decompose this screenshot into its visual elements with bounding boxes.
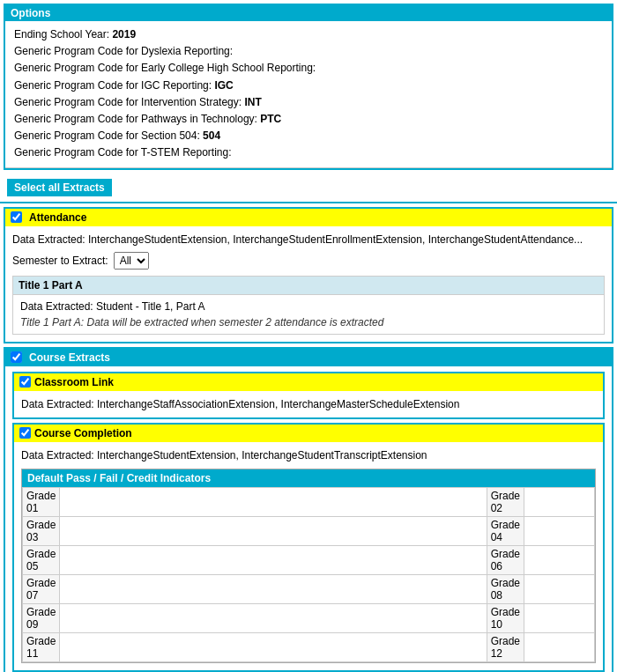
grade01-input-cell: [60, 487, 487, 516]
title1-parta-header: Title 1 Part A: [13, 277, 604, 295]
early-college-line: Generic Program Code for Early College H…: [14, 60, 603, 77]
title1-data-extracted: Data Extracted: Student - Title 1, Part …: [20, 299, 597, 314]
attendance-header: Attendance: [5, 209, 612, 226]
select-all-button[interactable]: Select all Extracts: [7, 179, 112, 196]
grade05-label: Grade 05: [23, 545, 60, 574]
attendance-section: Attendance Data Extracted: InterchangeSt…: [4, 207, 613, 343]
options-section: Options Ending School Year: 2019 Generic…: [4, 4, 613, 170]
classroom-link-header: Classroom Link: [14, 373, 603, 391]
grade10-label: Grade 10: [487, 603, 524, 632]
grades-table: Grade 01 Grade 02 Grade 03 Grade 04: [22, 487, 595, 662]
options-title: Options: [11, 7, 50, 19]
course-completion-section: Course Completion Data Extracted: Interc…: [12, 423, 605, 672]
attendance-body: Data Extracted: InterchangeStudentExtens…: [5, 226, 612, 342]
grade09-input[interactable]: [63, 612, 441, 624]
table-row: Grade 01 Grade 02: [23, 487, 595, 516]
ending-school-year: Ending School Year: 2019: [14, 26, 603, 43]
grade02-input-cell: [524, 487, 595, 516]
course-completion-data: Data Extracted: InterchangeStudentExtens…: [21, 446, 596, 465]
classroom-link-body: Data Extracted: InterchangeStaffAssociat…: [14, 391, 603, 417]
grade02-input[interactable]: [528, 496, 584, 508]
grade03-input-cell: [60, 516, 487, 545]
table-row: Grade 05 Grade 06: [23, 545, 595, 574]
grade08-input-cell: [524, 574, 595, 603]
grade12-label: Grade 12: [487, 632, 524, 661]
semester-row: Semester to Extract: All 1 2: [12, 249, 605, 272]
attendance-label: Attendance: [29, 211, 86, 224]
course-completion-body: Data Extracted: InterchangeStudentExtens…: [14, 442, 603, 670]
classroom-link-label: Classroom Link: [34, 376, 114, 388]
intervention-line: Generic Program Code for Intervention St…: [14, 94, 603, 111]
pathways-line: Generic Program Code for Pathways in Tec…: [14, 111, 603, 128]
grade11-input[interactable]: [63, 641, 441, 654]
course-completion-label: Course Completion: [34, 427, 132, 439]
table-row: Grade 11 Grade 12: [23, 632, 595, 661]
table-row: Grade 07 Grade 08: [23, 574, 595, 603]
grade10-input[interactable]: [528, 612, 584, 624]
grade06-label: Grade 06: [487, 545, 524, 574]
grade01-input[interactable]: [63, 496, 441, 508]
attendance-data-extracted: Data Extracted: InterchangeStudentExtens…: [12, 230, 605, 249]
grade06-input-cell: [524, 545, 595, 574]
igc-line: Generic Program Code for IGC Reporting: …: [14, 78, 603, 94]
classroom-link-data: Data Extracted: InterchangeStaffAssociat…: [21, 395, 596, 414]
attendance-checkbox[interactable]: [11, 211, 22, 223]
options-body: Ending School Year: 2019 Generic Program…: [5, 21, 612, 168]
grade03-input[interactable]: [63, 525, 441, 537]
course-extracts-inner: Classroom Link Data Extracted: Interchan…: [5, 366, 612, 673]
grade04-input-cell: [524, 516, 595, 545]
grade07-input[interactable]: [63, 583, 441, 595]
grades-header: Default Pass / Fail / Credit Indicators: [22, 469, 595, 487]
table-row: Grade 03 Grade 04: [23, 516, 595, 545]
title1-parta-section: Title 1 Part A Data Extracted: Student -…: [12, 276, 605, 335]
course-completion-header: Course Completion: [14, 425, 603, 442]
table-row: Grade 09 Grade 10: [23, 603, 595, 632]
classroom-link-checkbox[interactable]: [19, 376, 31, 388]
semester-label: Semester to Extract:: [12, 255, 108, 267]
tstem-line: Generic Program Code for T-STEM Reportin…: [14, 144, 603, 161]
grade07-input-cell: [60, 574, 487, 603]
course-completion-checkbox[interactable]: [19, 427, 31, 439]
semester-select[interactable]: All 1 2: [114, 252, 149, 270]
grade04-label: Grade 04: [487, 516, 524, 545]
grade09-label: Grade 09: [23, 603, 60, 632]
grade02-label: Grade 02: [487, 487, 524, 516]
course-extracts-section: Course Extracts Classroom Link Data Extr…: [4, 347, 613, 673]
grade08-label: Grade 08: [487, 574, 524, 603]
grade11-label: Grade 11: [23, 632, 60, 661]
course-extracts-header: Course Extracts: [5, 349, 612, 366]
grade04-input[interactable]: [528, 525, 584, 537]
grade05-input[interactable]: [63, 554, 441, 566]
grade01-label: Grade 01: [23, 487, 60, 516]
grade09-input-cell: [60, 603, 487, 632]
title1-parta-body: Data Extracted: Student - Title 1, Part …: [13, 295, 604, 334]
course-extracts-checkbox[interactable]: [11, 351, 22, 363]
grade08-input[interactable]: [528, 583, 584, 595]
section504-line: Generic Program Code for Section 504: 50…: [14, 128, 603, 144]
grade03-label: Grade 03: [23, 516, 60, 545]
grade06-input[interactable]: [528, 554, 584, 566]
grades-section: Default Pass / Fail / Credit Indicators …: [21, 469, 596, 663]
grade12-input[interactable]: [528, 641, 584, 654]
dyslexia-line: Generic Program Code for Dyslexia Report…: [14, 43, 603, 60]
grade07-label: Grade 07: [23, 574, 60, 603]
course-extracts-label: Course Extracts: [29, 351, 110, 364]
grade12-input-cell: [524, 632, 595, 661]
grade10-input-cell: [524, 603, 595, 632]
select-all-wrapper: Select all Extracts: [0, 174, 617, 203]
classroom-link-section: Classroom Link Data Extracted: Interchan…: [12, 372, 605, 419]
grade05-input-cell: [60, 545, 487, 574]
options-header: Options: [5, 5, 612, 21]
grade11-input-cell: [60, 632, 487, 661]
title1-italic-note: Title 1 Part A: Data will be extracted w…: [20, 314, 597, 330]
